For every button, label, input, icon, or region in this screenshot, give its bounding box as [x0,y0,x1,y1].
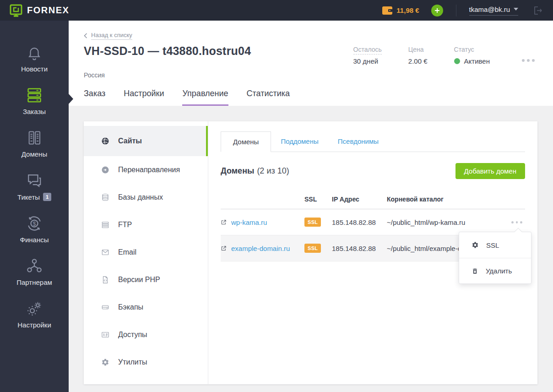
domains-panel: Домены Поддомены Псевдонимы Домены(2 из … [208,121,537,384]
tab-subdomains[interactable]: Поддомены [271,131,328,152]
tab-management[interactable]: Управление [182,89,228,106]
sidebar-item-label: Домены [22,150,47,158]
service-actions-button[interactable] [519,56,537,65]
logout-button[interactable] [532,5,543,16]
file-code-icon [101,276,109,284]
sidebar-item-settings[interactable]: Настройки [0,300,69,329]
service-location: Россия [84,71,537,79]
fornex-logo-icon [9,4,23,17]
wallet-icon [382,6,392,15]
ip-address: 185.148.82.88 [332,218,387,226]
stat-remaining: Осталось 30 дней [353,45,382,65]
row-actions-dropdown: SSL Удалить [459,232,531,284]
user-menu[interactable]: tkama@bk.ru [469,5,518,16]
trash-icon [472,267,478,275]
menu-item-access[interactable]: Доступы [84,321,208,348]
col-ssl: SSL [304,196,332,203]
plus-icon [434,8,440,13]
gears-icon [26,300,43,317]
menu-item-email[interactable]: Email [84,239,208,266]
gear-icon [472,241,479,249]
gear-icon [101,358,109,366]
brand-name: FORNEX [27,5,69,16]
chevron-down-icon [514,8,518,11]
table-header: SSL IP Адрес Корневой каталог [221,189,525,209]
back-link[interactable]: Назад к списку [84,32,132,40]
stat-price: Цена 2.00 € [408,45,428,65]
dropdown-item-delete[interactable]: Удалить [459,258,531,283]
menu-item-php[interactable]: Версии PHP [84,266,208,294]
balance[interactable]: 11,98 € [382,6,419,15]
domains-count: (2 из 10) [257,166,289,175]
domain-link[interactable]: example-domain.ru [231,245,290,252]
finance-icon: $ [26,215,43,232]
page-title: VH-SSD-10 — t43880.hostru04 [84,44,251,58]
chevron-left-icon [84,33,87,38]
status-value: Активен [464,57,490,65]
id-card-icon [101,331,109,339]
brand-logo[interactable]: FORNEX [9,4,69,17]
ssl-badge: SSL [304,244,321,253]
active-item-arrow [68,93,73,104]
tickets-badge: 1 [43,193,51,201]
menu-item-ftp[interactable]: FTP [84,211,208,239]
ftp-icon [101,221,109,229]
col-ip: IP Адрес [332,196,387,203]
servers-icon [26,87,43,103]
external-link-icon [221,245,227,251]
chat-bubbles-icon [26,172,43,189]
sidebar-item-label: Заказы [23,108,46,115]
sidebar-item-news[interactable]: Новости [0,44,69,73]
service-tabs: Заказ Настройки Управление Статистика [84,89,537,106]
topbar-divider [456,5,456,16]
external-link-icon [221,219,227,225]
menu-item-sites[interactable]: Сайты [84,126,208,156]
network-icon [26,258,43,274]
management-menu: Сайты Перенаправления [84,121,208,384]
drive-icon [101,303,109,311]
stat-status: Статус Активен [454,45,490,65]
balance-amount: 11,98 € [396,6,419,14]
col-root: Корневой каталог [387,196,509,203]
sidebar-item-tickets[interactable]: Тикеты 1 [0,172,69,201]
globe-icon [101,137,109,145]
redirect-icon [101,166,109,174]
bell-icon [27,44,42,61]
envelope-icon [101,248,109,256]
row-actions-button[interactable] [509,218,525,226]
root-directory: ~/public_html/wp-kama.ru [387,218,509,226]
sidebar-item-label: Партнерам [16,278,52,286]
tab-order[interactable]: Заказ [84,89,105,106]
sidebar-item-label: Тикеты 1 [17,193,51,201]
management-card: Сайты Перенаправления [84,121,537,384]
tab-domains[interactable]: Домены [221,131,271,152]
domains-heading: Домены(2 из 10) [221,166,289,176]
domains-tabs: Домены Поддомены Псевдонимы [221,131,525,152]
sidebar-item-orders[interactable]: Заказы [0,87,69,115]
menu-item-databases[interactable]: Базы данных [84,184,208,211]
sidebar-item-finance[interactable]: $ Финансы [0,215,69,244]
sidebar-item-label: Настройки [17,321,51,329]
menu-item-redirects[interactable]: Перенаправления [84,156,208,184]
sidebar-item-label: Финансы [20,236,49,244]
racks-icon [27,130,42,146]
tab-settings[interactable]: Настройки [124,89,164,106]
sidebar-item-domains[interactable]: Домены [0,130,69,158]
add-domain-button[interactable]: Добавить домен [455,163,526,179]
database-icon [101,193,109,201]
topbar: FORNEX 11,98 € tkama@bk.ru [0,0,553,21]
sidebar-item-label: Новости [21,65,48,73]
dropdown-item-ssl[interactable]: SSL [459,232,531,258]
add-funds-button[interactable] [431,5,443,16]
tab-aliases[interactable]: Псевдонимы [328,131,388,152]
menu-item-utilities[interactable]: Утилиты [84,348,208,376]
tab-statistics[interactable]: Статистика [247,89,290,106]
domain-link[interactable]: wp-kama.ru [231,218,267,226]
page-header: Назад к списку VH-SSD-10 — t43880.hostru… [69,21,553,106]
ip-address: 185.148.82.88 [332,245,387,252]
menu-item-backups[interactable]: Бэкапы [84,294,208,321]
svg-text:$: $ [33,220,36,227]
user-email: tkama@bk.ru [469,5,510,13]
service-stats: Осталось 30 дней Цена 2.00 € Статус Акти… [353,44,490,65]
sidebar-item-partners[interactable]: Партнерам [0,258,69,286]
